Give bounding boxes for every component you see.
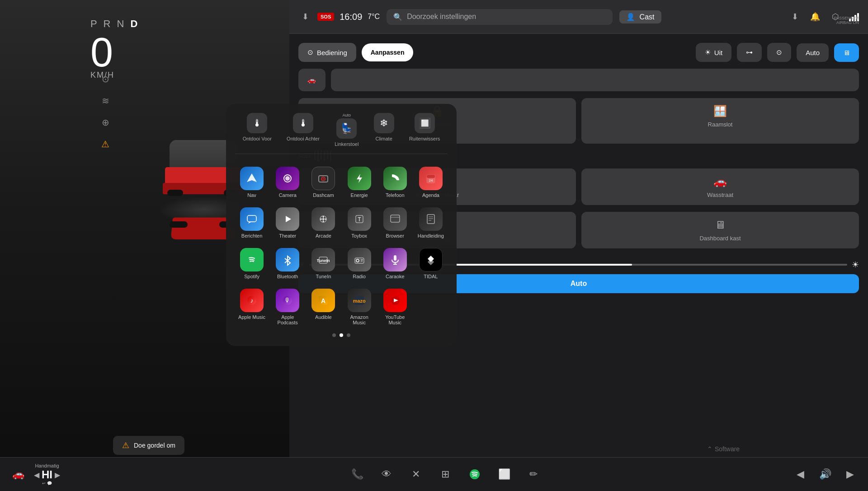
- auto-sublabel: Auto: [336, 113, 357, 117]
- dashcam-icon: [311, 167, 335, 190]
- brightness-mid-button[interactable]: ⊶: [737, 43, 762, 62]
- app-agenda[interactable]: 24 Agenda: [414, 163, 448, 201]
- app-camera[interactable]: Camera: [271, 163, 304, 201]
- bediening-icon: ⊙: [307, 48, 313, 56]
- search-icon: 🔍: [393, 13, 402, 21]
- volume-icon[interactable]: 🔊: [816, 465, 834, 483]
- car-icon-btn[interactable]: 🚗: [298, 69, 326, 91]
- linkerstoel-label: Linkerstoel: [335, 141, 359, 147]
- reply-icon: ↩: [42, 481, 46, 486]
- car-wheel-rl: [170, 221, 188, 228]
- qc-ruitenwissers[interactable]: 🔲 Ruitenwissers: [409, 113, 440, 147]
- uit-button[interactable]: ☀ Uit: [696, 43, 731, 62]
- qc-ontdooi-achter[interactable]: 🌡 Ontdooi Achter: [287, 113, 320, 147]
- app-amazon-music[interactable]: amazon Amazon Music: [342, 285, 376, 329]
- dot-1[interactable]: [332, 333, 336, 337]
- handleiding-label: Handleiding: [418, 233, 444, 238]
- app-youtube-music[interactable]: YouTube Music: [378, 285, 412, 329]
- auto-label-button[interactable]: Auto: [797, 43, 829, 62]
- svg-text:♪: ♪: [250, 297, 254, 304]
- app-caraoke[interactable]: Caraoke: [378, 244, 412, 283]
- agenda-label: Agenda: [422, 192, 439, 198]
- display-button[interactable]: 🖥: [834, 43, 859, 62]
- taskbar-pen-icon[interactable]: ✏: [524, 465, 542, 483]
- taskbar-music-icon[interactable]: 👁: [377, 465, 396, 483]
- theater-label: Theater: [279, 233, 296, 238]
- app-dashcam[interactable]: Dashcam: [307, 163, 340, 201]
- app-browser[interactable]: Browser: [378, 204, 412, 242]
- svg-text:A: A: [321, 297, 326, 304]
- berichten-icon: [240, 207, 264, 231]
- app-audible[interactable]: A Audible: [307, 285, 340, 329]
- cast-button[interactable]: 👤 Cast: [619, 10, 661, 23]
- gear-display: P R N D 0 KM/H: [90, 18, 139, 80]
- svg-rect-9: [247, 215, 256, 222]
- taskbar-spotify-icon[interactable]: [466, 465, 484, 483]
- qc-ontdooi-achter-wrap: 🌡: [293, 113, 313, 133]
- svg-point-1: [285, 176, 290, 181]
- app-tunein[interactable]: TuneIn TuneIn: [307, 244, 340, 283]
- search-input[interactable]: Doorzoek instellingen: [407, 13, 606, 21]
- app-radio[interactable]: Radio: [342, 244, 376, 283]
- taskbar-phone-icon[interactable]: 📞: [348, 465, 366, 483]
- download2-icon[interactable]: ⬇: [788, 10, 802, 23]
- agenda-icon: 24: [419, 167, 443, 190]
- raamslot-label: Raamslot: [708, 121, 733, 128]
- prev-icon[interactable]: ◀: [791, 465, 809, 483]
- qc-climate[interactable]: ❄ Climate: [374, 113, 394, 147]
- svg-marker-27: [288, 256, 290, 261]
- app-energie[interactable]: Energie: [342, 163, 376, 201]
- ruitenwissers-label: Ruitenwissers: [409, 136, 440, 141]
- speed-unit: KM/H: [90, 70, 139, 80]
- app-tidal[interactable]: TIDAL: [414, 244, 448, 283]
- sos-badge: SOS: [317, 13, 334, 21]
- app-apple-music[interactable]: ♪ Apple Music: [235, 285, 269, 329]
- amazon-music-icon: amazon: [348, 289, 371, 312]
- gear-selector: P R N D: [90, 18, 139, 30]
- second-row: 🚗: [298, 69, 859, 91]
- dashcam-label: Dashcam: [313, 192, 334, 198]
- taskbar-grid-icon[interactable]: ⊞: [436, 465, 454, 483]
- brightness-high-button[interactable]: ⊙: [767, 43, 791, 62]
- qc-ontdooi-voor[interactable]: 🌡 Ontdooi Voor: [243, 113, 272, 147]
- app-toybox[interactable]: T Toybox: [342, 204, 376, 242]
- arcade-label: Arcade: [316, 233, 331, 238]
- display-icon: 🖥: [843, 49, 850, 56]
- qc-linkerstoel[interactable]: Auto 💺 Linkerstoel: [335, 113, 359, 147]
- taskbar-car-icon[interactable]: 🚗: [9, 465, 27, 483]
- app-bluetooth[interactable]: Bluetooth: [271, 244, 304, 283]
- wasstraat-label: Wasstraat: [707, 192, 733, 198]
- dashboard-icons: ⊙ ≋ ⊕ ⚠: [99, 72, 112, 151]
- taskbar: 🚗 Handmatig ◀ HI ▶ ↩ 💬 📞 👁 ✕ ⊞ ⬜ ✏ ◀ 🔊 ▶: [0, 457, 868, 491]
- ontdooi-achter-icon: 🌡: [293, 113, 313, 133]
- arrow-left-icon[interactable]: ◀: [34, 471, 39, 479]
- airbag-indicator: PASSENGERAIRBAG ON: [834, 16, 859, 25]
- search-bar[interactable]: 🔍 Doorzoek instellingen: [387, 9, 613, 25]
- app-handleiding[interactable]: Handleiding: [414, 204, 448, 242]
- dashboard-kast-label: Dashboard kast: [699, 235, 741, 242]
- notification-icon[interactable]: 🔔: [808, 10, 822, 23]
- app-apple-podcasts[interactable]: 🎙 Apple Podcasts: [271, 285, 304, 329]
- aanpassen-button[interactable]: Aanpassen: [362, 43, 414, 61]
- arrow-right-icon[interactable]: ▶: [55, 471, 60, 479]
- download-icon[interactable]: ⬇: [298, 10, 312, 23]
- bediening-button[interactable]: ⊙ Bediening: [298, 43, 356, 62]
- taskbar-close-icon[interactable]: ✕: [407, 465, 425, 483]
- climate-icon: ❄: [374, 113, 394, 133]
- dot-2[interactable]: [340, 333, 343, 337]
- speed-hi-row: ◀ HI ▶: [34, 468, 60, 481]
- app-arcade[interactable]: Arcade: [307, 204, 340, 242]
- app-berichten[interactable]: Berichten: [235, 204, 269, 242]
- app-theater[interactable]: Theater: [271, 204, 304, 242]
- taskbar-square-icon[interactable]: ⬜: [495, 465, 513, 483]
- dot-3[interactable]: [347, 333, 350, 337]
- bluetooth-icon: [276, 248, 299, 271]
- climate-label: Climate: [375, 136, 392, 141]
- app-spotify[interactable]: Spotify: [235, 244, 269, 283]
- camera-label: Camera: [279, 192, 297, 198]
- chevron-up-icon: ⌃: [707, 445, 712, 453]
- caraoke-label: Caraoke: [386, 274, 405, 279]
- next-icon[interactable]: ▶: [841, 465, 859, 483]
- app-nav[interactable]: Nav: [235, 163, 269, 201]
- app-telefoon[interactable]: Telefoon: [378, 163, 412, 201]
